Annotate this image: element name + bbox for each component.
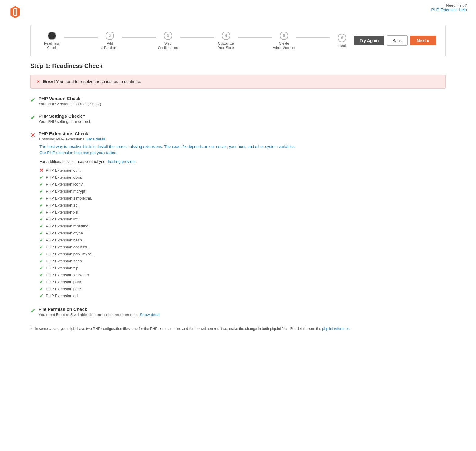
ext-pass-icon: ✔ [39,174,43,180]
php-extensions-header: ✕ PHP Extensions Check 1 missing PHP ext… [30,131,446,141]
ext-pass-icon: ✔ [39,195,43,201]
step-item-4: 4 CustomizeYour Store [214,32,238,50]
step-circle-3: 3 [164,32,172,40]
php-extensions-desc: 1 missing PHP extensions. Hide detail [39,137,105,141]
step-connector-2 [122,37,156,38]
server-host-link[interactable]: our server, your host, and other system … [209,144,296,149]
list-item: ✔PHP Extension mbstring. [39,223,446,230]
ext-pass-icon: ✔ [39,272,43,278]
list-item: ✔PHP Extension pdo_mysql. [39,251,446,257]
php-extensions-check: ✕ PHP Extensions Check 1 missing PHP ext… [30,131,446,300]
steps-track: ReadinessCheck 2 Adda Database 3 WebConf… [40,32,354,50]
list-item: ✔PHP Extension zip. [39,264,446,271]
php-extension-help-link-2[interactable]: PHP extension help [47,150,82,155]
step-label-6: Install [338,43,346,48]
extension-list: ✕PHP Extension curl.✔PHP Extension dom.✔… [39,167,446,299]
ext-pass-icon: ✔ [39,293,43,299]
list-item: ✔PHP Extension intl. [39,216,446,223]
ext-pass-icon: ✔ [39,279,43,285]
error-banner: ✕ Error! You need to resolve these issue… [30,75,446,89]
list-item: ✔PHP Extension pcre. [39,285,446,292]
php-extension-help-link[interactable]: PHP Extension Help [431,8,467,12]
php-settings-title: PHP Settings Check * [39,113,91,119]
step-connector-1 [64,37,98,38]
php-settings-desc: Your PHP settings are correct. [39,119,91,124]
step-connector-3 [180,37,214,38]
footer-note-text: * - In some cases, you might have two PH… [30,327,322,331]
top-help-area: Need Help? PHP Extension Help [431,3,467,12]
step-label-5: CreateAdmin Account [273,41,295,50]
phpini-reference-link[interactable]: php.ini reference [322,327,349,331]
back-button[interactable]: Back [387,35,408,46]
next-button[interactable]: Next [410,36,436,45]
step-connector-5 [296,37,330,38]
extensions-detail-block: The best way to resolve this is to insta… [39,144,446,300]
ext-pass-icon: ✔ [39,202,43,208]
step-item-3: 3 WebConfiguration [156,32,180,50]
ext-pass-icon: ✔ [39,223,43,229]
ext-pass-icon: ✔ [39,188,43,194]
list-item: ✔PHP Extension xsl. [39,209,446,216]
list-item: ✔PHP Extension mcrypt. [39,188,446,195]
wizard-steps: ReadinessCheck 2 Adda Database 3 WebConf… [40,32,436,50]
ext-pass-icon: ✔ [39,251,43,257]
additional-text: For additional assistance, contact your … [39,159,446,164]
try-again-button[interactable]: Try Again [354,36,384,45]
wizard-box: ReadinessCheck 2 Adda Database 3 WebConf… [30,25,446,56]
php-version-check: ✔ PHP Version Check Your PHP version is … [30,96,446,106]
file-permission-title: File Permission Check [39,307,160,312]
step-item-5: 5 CreateAdmin Account [272,32,296,50]
content-area: Step 1: Readiness Check ✕ Error! You nee… [30,62,446,317]
step-item-2: 2 Adda Database [98,32,122,50]
page-title: Step 1: Readiness Check [30,62,446,69]
step-label-1: ReadinessCheck [44,41,60,50]
list-item: ✔PHP Extension xmlwriter. [39,271,446,278]
hide-detail-link[interactable]: Hide detail [86,137,105,141]
show-detail-link[interactable]: Show detail [140,312,160,317]
list-item: ✕PHP Extension curl. [39,167,446,174]
hosting-provider-link[interactable]: hosting provider [108,159,136,164]
step-dot-1 [50,34,54,38]
error-banner-icon: ✕ [36,79,40,85]
step-connector-4 [238,37,272,38]
step-item-1: ReadinessCheck [40,32,64,50]
need-help-label: Need Help? [431,3,467,8]
php-settings-check: ✔ PHP Settings Check * Your PHP settings… [30,113,446,124]
step-circle-2: 2 [106,32,114,40]
ext-pass-icon: ✔ [39,216,43,222]
list-item: ✔PHP Extension simplexml. [39,195,446,202]
step-label-3: WebConfiguration [158,41,178,50]
step-label-4: CustomizeYour Store [218,41,234,50]
list-item: ✔PHP Extension iconv. [39,181,446,188]
php-extensions-title: PHP Extensions Check [39,131,105,136]
file-permission-check: ✔ File Permission Check You meet 5 out o… [30,307,446,317]
footer-note: * - In some cases, you might have two PH… [30,326,446,332]
magento-logo-icon [9,6,21,18]
step-label-2: Adda Database [101,41,118,50]
php-version-icon: ✔ [30,96,35,104]
wizard-buttons: Try Again Back Next [354,35,436,46]
step-item-6: 6 Install [330,34,354,48]
ext-fail-icon: ✕ [39,167,43,173]
list-item: ✔PHP Extension gd. [39,292,446,299]
ext-pass-icon: ✔ [39,286,43,292]
list-item: ✔PHP Extension spl. [39,202,446,209]
list-item: ✔PHP Extension dom. [39,174,446,181]
footer-note-end: . [349,327,350,331]
step-circle-4: 4 [222,32,230,40]
php-extensions-icon: ✕ [30,132,35,139]
ext-pass-icon: ✔ [39,258,43,264]
extensions-info-text: The best way to resolve this is to insta… [39,144,446,157]
logo-area [0,0,476,25]
step-circle-1 [48,32,56,40]
error-text: You need to resolve these issues to cont… [55,79,141,84]
php-settings-header: ✔ PHP Settings Check * Your PHP settings… [30,113,446,124]
file-permission-desc: You meet 5 out of 5 writable file permis… [39,312,160,317]
list-item: ✔PHP Extension hash. [39,237,446,244]
php-version-title: PHP Version Check [39,96,102,101]
ext-pass-icon: ✔ [39,265,43,271]
list-item: ✔PHP Extension soap. [39,257,446,264]
step-circle-5: 5 [280,32,288,40]
php-settings-icon: ✔ [30,114,35,121]
list-item: ✔PHP Extension openssl. [39,244,446,251]
